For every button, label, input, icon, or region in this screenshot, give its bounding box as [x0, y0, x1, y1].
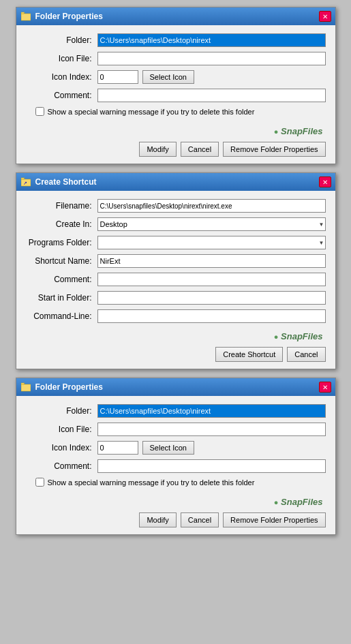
command-line-row: Command-Line:	[26, 309, 326, 323]
title-bar-3: Folder Properties ✕	[16, 378, 335, 396]
modify-button-1[interactable]: Modify	[139, 142, 176, 157]
cancel-button-3[interactable]: Cancel	[181, 512, 219, 527]
title-bar-left-2: ↗ Create Shortcut	[20, 177, 97, 187]
icon-file-label-1: Icon File:	[26, 54, 97, 63]
cancel-button-1[interactable]: Cancel	[181, 142, 219, 157]
button-row-3: Modify Cancel Remove Folder Properties	[26, 510, 326, 527]
snapfiles-watermark-2: ● SnapFiles	[26, 328, 326, 341]
checkbox-label-3: Show a special warning message if you tr…	[48, 478, 255, 487]
warning-checkbox-1[interactable]	[35, 107, 44, 116]
svg-marker-6	[21, 383, 25, 384]
close-button-1[interactable]: ✕	[319, 11, 331, 22]
comment-label-3: Comment:	[26, 461, 97, 471]
folder-properties-window-1: Folder Properties ✕ Folder: Icon File: I…	[16, 7, 336, 164]
title-text-2: Create Shortcut	[35, 177, 97, 187]
icon-file-input-3[interactable]	[97, 423, 326, 436]
snapfiles-logo-2: ● SnapFiles	[274, 331, 323, 341]
checkbox-row-1: Show a special warning message if you tr…	[35, 107, 326, 116]
create-shortcut-window: ↗ Create Shortcut ✕ Filename: Create In:…	[16, 172, 336, 369]
window-body-2: Filename: Create In: Desktop ▼ Programs …	[16, 191, 335, 369]
comment-label-1: Comment:	[26, 91, 97, 100]
icon-index-label-3: Icon Index:	[26, 443, 97, 453]
svg-marker-3	[21, 178, 25, 179]
folder-input-3[interactable]	[97, 404, 326, 418]
snapfiles-logo-3: ● SnapFiles	[274, 497, 323, 507]
folder-properties-icon-1	[20, 11, 31, 22]
comment-input-1[interactable]	[97, 89, 326, 102]
warning-checkbox-3[interactable]	[35, 478, 44, 487]
folder-input-1[interactable]	[97, 33, 326, 47]
comment-input-3[interactable]	[97, 459, 326, 473]
close-button-2[interactable]: ✕	[319, 177, 331, 187]
checkbox-label-1: Show a special warning message if you tr…	[48, 108, 255, 116]
create-in-select[interactable]: Desktop	[97, 217, 326, 231]
folder-row-3: Folder:	[26, 404, 326, 418]
icon-index-input-3[interactable]	[97, 441, 138, 455]
shortcut-name-label: Shortcut Name:	[26, 256, 97, 266]
folder-label-3: Folder:	[26, 406, 97, 416]
window-body-1: Folder: Icon File: Icon Index: Select Ic…	[16, 25, 335, 164]
command-line-input[interactable]	[97, 309, 326, 323]
checkbox-row-3: Show a special warning message if you tr…	[35, 478, 326, 487]
shortcut-name-input[interactable]	[97, 254, 326, 268]
select-icon-button-3[interactable]: Select Icon	[142, 441, 194, 455]
window-body-3: Folder: Icon File: Icon Index: Select Ic…	[16, 396, 335, 534]
snapfiles-watermark-3: ● SnapFiles	[26, 493, 326, 507]
snapfiles-watermark-1: ● SnapFiles	[26, 123, 326, 136]
icon-index-row-3: Icon Index: Select Icon	[26, 441, 326, 455]
title-bar-left-1: Folder Properties	[20, 11, 103, 22]
programs-folder-label: Programs Folder:	[26, 238, 97, 247]
remove-button-1[interactable]: Remove Folder Properties	[223, 142, 325, 157]
modify-button-3[interactable]: Modify	[139, 512, 176, 527]
icon-index-label-1: Icon Index:	[26, 72, 97, 82]
start-in-label: Start in Folder:	[26, 293, 97, 303]
folder-properties-icon-2	[20, 382, 31, 393]
comment-row-1: Comment:	[26, 89, 326, 102]
icon-file-label-3: Icon File:	[26, 425, 97, 434]
folder-label-1: Folder:	[26, 35, 97, 45]
icon-index-row-1: Icon Index: Select Icon	[26, 70, 326, 84]
programs-folder-row: Programs Folder: ▼	[26, 236, 326, 249]
shortcut-name-row: Shortcut Name:	[26, 254, 326, 268]
button-row-1: Modify Cancel Remove Folder Properties	[26, 139, 326, 157]
title-bar-2: ↗ Create Shortcut ✕	[16, 173, 335, 191]
create-shortcut-icon: ↗	[20, 177, 31, 187]
comment-label-2: Comment:	[26, 275, 97, 284]
svg-marker-1	[21, 12, 25, 14]
programs-folder-select[interactable]	[97, 236, 326, 249]
filename-input[interactable]	[97, 199, 326, 213]
folder-row-1: Folder:	[26, 33, 326, 47]
select-icon-button-1[interactable]: Select Icon	[142, 70, 194, 84]
icon-index-input-1[interactable]	[97, 70, 138, 84]
start-in-row: Start in Folder:	[26, 291, 326, 305]
start-in-input[interactable]	[97, 291, 326, 305]
comment-input-2[interactable]	[97, 273, 326, 286]
comment-row-3: Comment:	[26, 459, 326, 473]
title-text-3: Folder Properties	[35, 382, 103, 392]
create-in-row: Create In: Desktop ▼	[26, 217, 326, 231]
title-text-1: Folder Properties	[35, 12, 103, 21]
close-button-3[interactable]: ✕	[319, 382, 331, 393]
create-in-dropdown-wrapper: Desktop ▼	[97, 217, 326, 231]
programs-folder-dropdown-wrapper: ▼	[97, 236, 326, 249]
icon-file-row-1: Icon File:	[26, 52, 326, 65]
filename-row: Filename:	[26, 199, 326, 213]
create-shortcut-button[interactable]: Create Shortcut	[215, 347, 283, 362]
icon-file-input-1[interactable]	[97, 52, 326, 65]
svg-rect-0	[21, 14, 31, 20]
snapfiles-logo-1: ● SnapFiles	[274, 126, 323, 136]
cancel-button-2[interactable]: Cancel	[287, 347, 325, 362]
svg-rect-5	[21, 384, 31, 391]
title-bar-1: Folder Properties ✕	[16, 7, 335, 25]
filename-label: Filename:	[26, 201, 97, 211]
command-line-label: Command-Line:	[26, 311, 97, 321]
button-row-2: Create Shortcut Cancel	[26, 344, 326, 362]
comment-row-2: Comment:	[26, 273, 326, 286]
remove-button-3[interactable]: Remove Folder Properties	[223, 512, 325, 527]
create-in-label: Create In:	[26, 219, 97, 229]
svg-text:↗: ↗	[23, 181, 27, 185]
icon-file-row-3: Icon File:	[26, 423, 326, 436]
title-bar-left-3: Folder Properties	[20, 382, 103, 393]
folder-properties-window-2: Folder Properties ✕ Folder: Icon File: I…	[16, 378, 336, 535]
